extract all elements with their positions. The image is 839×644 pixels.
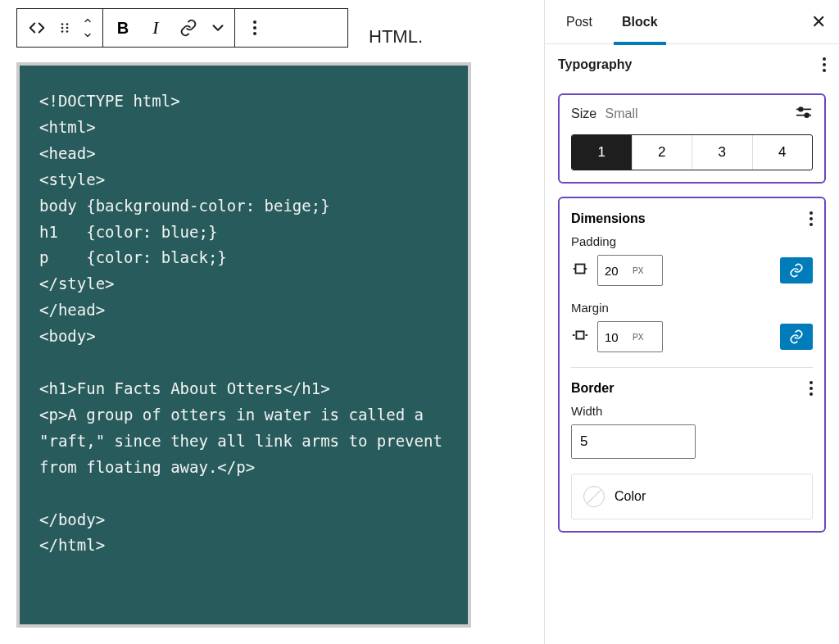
no-color-icon — [583, 486, 605, 507]
margin-unit[interactable]: PX — [633, 333, 648, 342]
svg-point-2 — [61, 27, 64, 29]
move-down-button[interactable] — [81, 28, 94, 43]
size-option-1[interactable]: 1 — [572, 135, 633, 170]
italic-button[interactable]: I — [139, 9, 172, 47]
typography-options-button[interactable] — [823, 57, 826, 72]
border-color-label: Color — [615, 489, 646, 504]
padding-input-wrapper: PX — [597, 255, 663, 286]
border-color-row[interactable]: Color — [571, 474, 813, 519]
move-up-button[interactable] — [81, 13, 94, 28]
svg-rect-13 — [576, 331, 583, 338]
margin-link-button[interactable] — [780, 324, 813, 350]
tab-block[interactable]: Block — [614, 0, 666, 44]
svg-point-5 — [66, 30, 69, 33]
drag-handle-icon[interactable] — [53, 9, 76, 47]
padding-field: Padding PX — [571, 234, 813, 286]
border-width-wrapper: PX — [571, 424, 696, 459]
svg-point-1 — [66, 23, 69, 25]
border-width-label: Width — [571, 404, 813, 418]
border-width-input[interactable] — [572, 425, 696, 458]
size-button-group: 1 2 3 4 — [571, 134, 813, 170]
typography-title: Typography — [558, 57, 632, 72]
typography-panel-header: Typography — [545, 44, 839, 90]
margin-label: Margin — [571, 301, 813, 315]
more-formatting-button[interactable] — [205, 9, 231, 47]
typography-size-box: Size Small 1 2 3 4 — [558, 93, 826, 184]
padding-sides-icon[interactable] — [571, 260, 589, 281]
svg-point-9 — [805, 113, 809, 117]
padding-link-button[interactable] — [780, 257, 813, 283]
html-code-block[interactable]: <!DOCTYPE html> <html> <head> <style> bo… — [16, 62, 471, 628]
settings-sidebar: Post Block ✕ Typography Size Small 1 2 3… — [544, 0, 839, 644]
margin-sides-icon[interactable] — [571, 326, 589, 347]
dimensions-options-button[interactable] — [810, 211, 813, 226]
margin-input-wrapper: PX — [597, 321, 663, 352]
more-options-button[interactable] — [238, 9, 271, 47]
custom-size-button[interactable] — [795, 103, 813, 125]
size-label: Size — [571, 107, 596, 120]
svg-point-0 — [61, 23, 64, 25]
svg-point-3 — [66, 27, 69, 29]
svg-point-4 — [61, 30, 64, 33]
size-option-3[interactable]: 3 — [692, 135, 753, 170]
size-value: Small — [605, 107, 638, 120]
svg-point-7 — [799, 107, 803, 111]
ellipsis-vertical-icon — [253, 20, 256, 35]
margin-field: Margin PX — [571, 301, 813, 352]
size-option-2[interactable]: 2 — [633, 135, 693, 170]
dimensions-border-box: Dimensions Padding PX Margin — [558, 197, 826, 533]
border-title: Border — [571, 381, 614, 396]
editor-area: B I HTML. <!DOCTYPE html> <html> <head> … — [0, 0, 544, 644]
border-options-button[interactable] — [810, 381, 813, 396]
padding-label: Padding — [571, 234, 813, 248]
svg-rect-10 — [576, 265, 585, 274]
close-sidebar-button[interactable]: ✕ — [811, 11, 826, 33]
sidebar-tabs: Post Block ✕ — [545, 0, 839, 44]
link-button[interactable] — [172, 9, 205, 47]
move-up-down — [76, 9, 99, 47]
tab-post[interactable]: Post — [558, 0, 601, 44]
padding-input[interactable] — [598, 264, 633, 278]
size-option-4[interactable]: 4 — [753, 135, 813, 170]
dimensions-title: Dimensions — [571, 211, 646, 226]
bold-button[interactable]: B — [107, 9, 139, 47]
trailing-text: HTML. — [369, 26, 423, 48]
block-toolbar: B I — [16, 8, 348, 48]
padding-unit[interactable]: PX — [633, 266, 648, 275]
margin-input[interactable] — [598, 330, 633, 344]
html-block-icon[interactable] — [20, 9, 53, 47]
